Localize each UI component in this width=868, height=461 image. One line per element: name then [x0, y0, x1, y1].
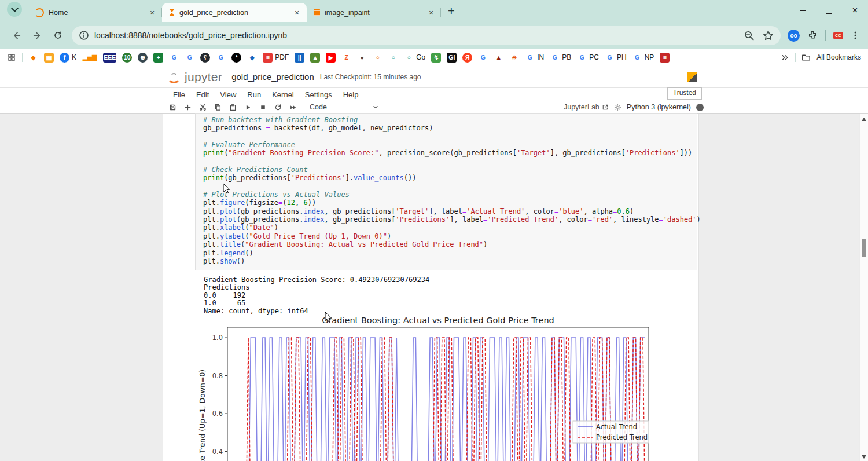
bookmark-favicon[interactable]: GPC [577, 53, 599, 63]
all-bookmarks-label[interactable]: All Bookmarks [816, 53, 861, 61]
paste-cell-button[interactable] [226, 102, 240, 112]
bookmark-favicon[interactable]: GI [447, 53, 457, 63]
bookmark-star-icon[interactable] [763, 30, 774, 41]
jupyterlab-link[interactable]: JupyterLab [564, 103, 609, 111]
bookmark-favicon[interactable]: 10 [122, 53, 132, 63]
close-button[interactable]: × [842, 0, 868, 21]
bookmarks-overflow-icon[interactable] [781, 53, 789, 62]
bookmark-favicon[interactable]: GPH [605, 53, 627, 63]
menu-dots-icon[interactable] [851, 31, 860, 40]
bookmark-favicon[interactable]: G [216, 53, 226, 63]
interrupt-kernel-button[interactable] [256, 102, 270, 112]
bookmark-favicon[interactable]: ○ [388, 53, 398, 63]
tab-close-icon[interactable]: × [147, 8, 157, 18]
copy-cell-button[interactable] [211, 102, 225, 112]
favicon-glyph: * [231, 53, 241, 63]
tab-title: gold_price_prediction [179, 9, 287, 17]
cell-type-dropdown[interactable]: Code [310, 103, 379, 111]
trusted-badge[interactable]: Trusted [667, 87, 702, 100]
gear-icon[interactable] [614, 104, 621, 111]
tab-home[interactable]: Home × [28, 3, 162, 22]
bookmark-favicon[interactable]: ≡PDF [263, 53, 289, 63]
site-info-icon[interactable] [79, 30, 89, 41]
tab-close-icon[interactable]: × [292, 8, 302, 18]
scroll-down-arrow[interactable] [862, 455, 866, 459]
output-line: Predictions [204, 284, 429, 291]
extensions-icon[interactable] [807, 30, 818, 41]
scroll-up-arrow[interactable] [862, 118, 866, 121]
tab-search-button[interactable] [7, 2, 22, 17]
bookmark-favicon[interactable]: ○Go [404, 53, 425, 63]
bookmark-favicon[interactable]: ◆ [28, 53, 38, 63]
bookmark-label: PDF [275, 53, 289, 61]
back-button[interactable] [9, 28, 24, 43]
bookmark-favicon[interactable]: ☀ [509, 53, 519, 63]
bookmark-favicon[interactable]: || [295, 53, 304, 63]
url-text[interactable]: localhost:8888/notebooks/gold_price_pred… [94, 31, 735, 40]
extension-red-icon[interactable]: CC [833, 32, 843, 39]
kernel-name[interactable]: Python 3 (ipykernel) [627, 103, 691, 111]
extension-blue-icon[interactable]: oo [788, 30, 800, 42]
menu-item-edit[interactable]: Edit [196, 90, 209, 99]
scroll-thumb[interactable] [862, 239, 866, 257]
favicon-glyph: 10 [122, 53, 132, 63]
tab-gold-price-prediction[interactable]: gold_price_prediction × [162, 3, 307, 22]
header-status-icon[interactable] [687, 72, 697, 82]
bookmark-favicon[interactable]: GIN [525, 53, 544, 63]
bookmark-favicon[interactable]: + [153, 53, 163, 63]
bookmark-favicon[interactable]: ◆ [247, 53, 257, 63]
legend-label-actual: Actual Trend [596, 423, 637, 431]
menu-item-view[interactable]: View [220, 90, 236, 99]
menu-item-kernel[interactable]: Kernel [272, 90, 294, 99]
run-cell-button[interactable] [241, 102, 255, 112]
bookmark-favicon[interactable]: ● [357, 53, 367, 63]
favicon-glyph: ⊕ [138, 53, 148, 63]
reload-button[interactable] [50, 28, 65, 43]
bookmark-favicon[interactable]: GNP [632, 53, 654, 63]
bookmark-favicon[interactable]: G [478, 53, 488, 63]
new-tab-button[interactable]: + [448, 5, 455, 18]
minimize-button[interactable] [790, 0, 816, 21]
folder-icon [801, 53, 811, 62]
bookmark-favicon[interactable]: ○ [373, 53, 382, 63]
code-editor[interactable]: # Run backtest with Gradient Boostinggb_… [203, 116, 701, 265]
menu-item-settings[interactable]: Settings [305, 90, 332, 99]
bookmark-favicon[interactable]: ▦ [44, 53, 54, 63]
zoom-icon[interactable] [744, 30, 755, 41]
code-line [203, 133, 701, 141]
address-bar[interactable]: localhost:8888/notebooks/gold_price_pred… [72, 26, 781, 45]
bookmark-favicon[interactable]: ≡ [660, 53, 670, 63]
bookmark-favicon[interactable]: Z [341, 53, 351, 63]
chart-svg: Gradient Boosting: Actual vs Predicted G… [197, 313, 671, 461]
bookmark-favicon[interactable]: G [169, 53, 179, 63]
menu-item-file[interactable]: File [173, 90, 185, 99]
save-button[interactable] [166, 102, 179, 112]
bookmark-favicon[interactable]: ↯ [431, 53, 441, 63]
paste-icon [229, 104, 237, 111]
menu-item-help[interactable]: Help [343, 90, 359, 99]
add-cell-button[interactable] [181, 102, 194, 112]
bookmark-favicon[interactable]: ▂▅▇ [82, 53, 97, 63]
notebook-title[interactable]: gold_price_prediction [231, 72, 314, 82]
bookmark-favicon[interactable]: Я [462, 53, 472, 63]
restart-kernel-button[interactable] [271, 102, 285, 112]
restart-run-all-button[interactable] [286, 102, 300, 112]
menu-item-run[interactable]: Run [247, 90, 261, 99]
bookmark-favicon[interactable]: GPB [550, 53, 571, 63]
bookmark-favicon[interactable]: * [231, 53, 241, 63]
tab-close-icon[interactable]: × [426, 8, 436, 18]
bookmark-favicon[interactable]: fK [60, 53, 76, 63]
bookmark-favicon[interactable]: G [185, 53, 194, 63]
forward-button[interactable] [30, 28, 45, 43]
tab-image-inpaint[interactable]: image_inpaint × [307, 3, 441, 22]
bookmark-favicon[interactable]: ⊕ [138, 53, 148, 63]
cut-cell-button[interactable] [196, 102, 209, 112]
bookmark-favicon[interactable]: ▲ [494, 53, 503, 63]
apps-grid-icon[interactable] [7, 53, 16, 62]
code-cell-input[interactable]: # Run backtest with Gradient Boostinggb_… [195, 113, 697, 270]
bookmark-favicon[interactable]: ʕ [200, 53, 210, 63]
bookmark-favicon[interactable]: EEE [103, 53, 116, 63]
restore-button[interactable] [816, 0, 842, 21]
bookmark-favicon[interactable]: ▶ [326, 53, 336, 63]
bookmark-favicon[interactable]: ▲ [310, 53, 320, 63]
